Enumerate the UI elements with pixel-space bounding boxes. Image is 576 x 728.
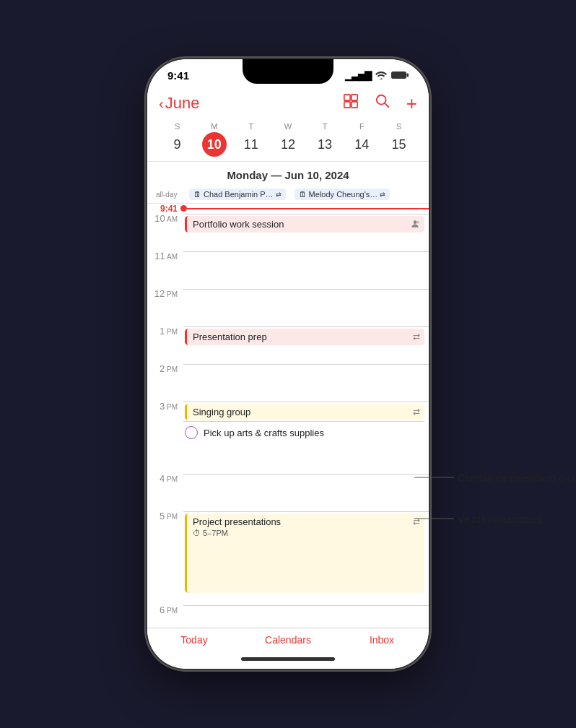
timeline-line-10am: Portfolio work session (183, 214, 429, 251)
add-event-icon[interactable]: + (406, 94, 417, 113)
tab-calendars[interactable]: Calendars (241, 634, 335, 646)
home-indicator (147, 649, 429, 669)
day-letter: W (284, 122, 292, 131)
week-row: S 9 M 10 T 11 W 12 (159, 119, 417, 161)
reminder-pickup[interactable]: Pick up arts & crafts supplies (183, 421, 424, 443)
grid-view-icon[interactable] (343, 93, 359, 113)
calendar-header: ‹ June + S (147, 87, 429, 161)
timeline-line-6pm (183, 605, 429, 628)
day-num-today: 10 (202, 132, 227, 157)
timeline-row-12pm: 12 PM (147, 289, 429, 326)
svg-point-9 (416, 221, 419, 224)
battery-icon (391, 69, 409, 82)
month-nav: ‹ June + (159, 90, 417, 119)
day-col-wed[interactable]: W 12 (269, 122, 306, 157)
day-col-thu[interactable]: T 13 (307, 122, 344, 157)
all-day-event-chad[interactable]: 🗓 Chad Benjamin P… ⇄ (189, 188, 286, 200)
all-day-label: all-day (156, 191, 185, 199)
current-time-row: 9:41 (147, 204, 429, 214)
day-letter: F (359, 122, 365, 131)
timeline-row-2pm: 2 PM (147, 364, 429, 402)
day-num: 11 (239, 132, 263, 157)
back-icon: ‹ (159, 95, 164, 112)
timeline-line-2pm (183, 364, 429, 402)
all-day-event-melody[interactable]: 🗓 Melody Cheung's… ⇄ (294, 188, 390, 200)
event-presentation[interactable]: Presentation prep ⇄ (185, 329, 424, 345)
all-day-row: all-day 🗓 Chad Benjamin P… ⇄ 🗓 Melody Ch… (147, 186, 429, 204)
timeline-line-4pm (183, 474, 429, 511)
tab-today[interactable]: Today (147, 634, 241, 646)
timeline: 9:41 10 AM Portfolio work session (147, 204, 429, 628)
day-letter: M (211, 122, 217, 131)
calendar-icon: 🗓 (299, 190, 307, 199)
event-title: Portfolio work session (193, 219, 284, 230)
svg-point-8 (414, 220, 417, 224)
day-col-mon[interactable]: M 10 (196, 122, 232, 157)
time-11am: 11 AM (147, 251, 183, 261)
search-icon[interactable] (375, 93, 390, 113)
time-6pm: 6 PM (147, 605, 183, 615)
event-subtitle: ⏱ 5–7PM (193, 529, 228, 537)
tab-inbox[interactable]: Inbox (335, 634, 429, 646)
reminder-icon (185, 426, 198, 439)
shared-icon: ⇄ (413, 407, 420, 417)
day-col-sun[interactable]: S 9 (159, 122, 196, 157)
header-icons: + (343, 93, 417, 113)
shared-icon (410, 219, 420, 231)
calendar-icon: 🗓 (193, 190, 201, 199)
timeline-row-4pm: 4 PM (147, 474, 429, 511)
svg-rect-3 (352, 95, 357, 100)
signal-icon: ▁▃▅▇ (345, 70, 371, 81)
svg-rect-5 (352, 102, 357, 108)
status-time: 9:41 (167, 69, 189, 82)
annotation-calendars: Cambia de calendario o cuenta. (458, 471, 576, 486)
day-num: 12 (276, 132, 300, 157)
day-letter: S (396, 122, 401, 131)
status-icons: ▁▃▅▇ (345, 69, 409, 82)
time-1pm: 1 PM (147, 326, 183, 336)
time-5pm: 5 PM (147, 511, 183, 521)
event-text: Melody Cheung's… (309, 190, 378, 199)
timeline-row-3pm: 3 PM Singing group ⇄ Pick up arts & craf… (147, 402, 429, 474)
refresh-icon: ⇄ (380, 191, 385, 198)
event-singing[interactable]: Singing group ⇄ (185, 404, 424, 420)
time-12pm: 12 PM (147, 289, 183, 298)
timeline-line-12pm (183, 289, 429, 326)
timeline-row-5pm: 5 PM Project presentations ⏱ 5–7PM ⇄ (147, 511, 429, 605)
event-title: Singing group (193, 407, 250, 417)
month-back[interactable]: ‹ June (159, 94, 199, 113)
reminder-text: Pick up arts & crafts supplies (204, 428, 324, 438)
date-heading: Monday — Jun 10, 2024 (147, 161, 429, 186)
timeline-row-1pm: 1 PM Presentation prep ⇄ (147, 326, 429, 364)
timeline-row-6pm: 6 PM (147, 605, 429, 628)
current-time-dot (180, 205, 187, 212)
day-col-tue[interactable]: T 11 (232, 122, 269, 157)
svg-rect-0 (391, 72, 406, 79)
annotation-inbox: Ve tus invitaciones. (458, 512, 576, 527)
event-portfolio[interactable]: Portfolio work session (185, 216, 424, 233)
day-letter: T (248, 122, 253, 131)
time-3pm: 3 PM (147, 402, 183, 411)
event-project-presentations[interactable]: Project presentations ⏱ 5–7PM ⇄ (185, 514, 424, 593)
wifi-icon (375, 69, 387, 82)
event-title: Presentation prep (193, 332, 267, 342)
event-text: Chad Benjamin P… (204, 190, 274, 199)
time-4pm: 4 PM (147, 474, 183, 483)
annotation-text: Ve tus invitaciones. (458, 514, 544, 525)
svg-rect-4 (344, 102, 350, 108)
timeline-row-11am: 11 AM (147, 251, 429, 289)
day-col-fri[interactable]: F 14 (344, 122, 380, 157)
day-col-sat[interactable]: S 15 (380, 122, 417, 157)
day-num: 14 (349, 132, 374, 157)
day-num: 9 (165, 132, 190, 157)
day-num: 15 (386, 132, 411, 157)
event-title: Project presentations (193, 516, 281, 527)
month-title: June (165, 94, 200, 113)
annotation-text: Cambia de calendario o cuenta. (458, 472, 576, 484)
home-bar (241, 657, 335, 661)
time-2pm: 2 PM (147, 364, 183, 373)
bottom-tabs: Today Calendars Inbox (147, 628, 429, 649)
timeline-line-3pm: Singing group ⇄ Pick up arts & crafts su… (183, 402, 429, 474)
svg-rect-1 (407, 74, 409, 77)
day-letter: S (175, 122, 180, 131)
